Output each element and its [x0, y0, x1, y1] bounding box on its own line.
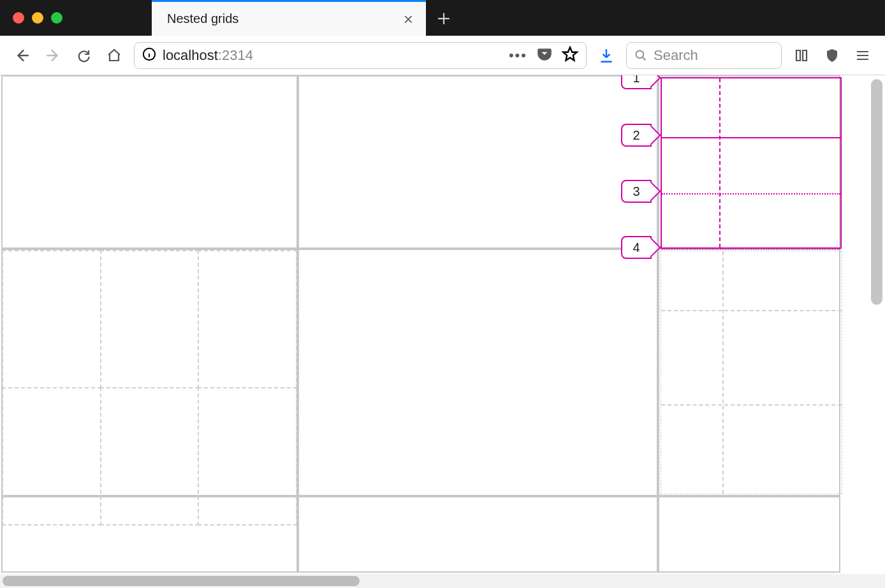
tab-close-button[interactable]: × [404, 11, 413, 27]
url-port: :2314 [218, 47, 253, 63]
arrow-left-icon [14, 47, 31, 64]
grid-cell [298, 249, 658, 496]
nested-grid-right [661, 251, 842, 494]
grid-line-number: 1 [633, 75, 640, 85]
downloads-button[interactable] [596, 45, 617, 66]
window-minimize-button[interactable] [32, 12, 43, 24]
library-button[interactable] [791, 45, 812, 66]
bookmark-button[interactable] [562, 46, 578, 65]
site-info-icon[interactable] [142, 47, 156, 64]
reload-button[interactable] [73, 45, 94, 66]
grid-line-tag[interactable]: 2 [621, 124, 652, 147]
search-icon [634, 49, 647, 62]
grid-line-number: 2 [633, 128, 640, 143]
grid-line-tag[interactable]: 4 [621, 236, 652, 259]
grid-cell [658, 496, 840, 573]
grid-cell [298, 496, 658, 573]
grid-cell [1, 75, 298, 249]
grid-cell [298, 75, 658, 249]
pocket-icon [536, 46, 553, 62]
tab-title: Nested grids [167, 11, 238, 26]
browser-tab-active[interactable]: Nested grids × [152, 0, 426, 36]
search-placeholder: Search [654, 47, 698, 64]
page-viewport[interactable]: 1 2 3 4 [0, 75, 885, 574]
svg-point-1 [636, 50, 644, 58]
window-controls [13, 12, 62, 24]
vertical-scrollbar[interactable] [871, 79, 882, 305]
window-zoom-button[interactable] [51, 12, 62, 24]
home-button[interactable] [103, 45, 125, 66]
grid-line-number: 4 [633, 240, 640, 255]
grid-line-number: 3 [633, 184, 640, 199]
arrow-right-icon [45, 47, 61, 64]
url-bar[interactable]: localhost:2314 ••• [134, 42, 587, 69]
url-host: localhost [163, 47, 218, 63]
reload-icon [76, 48, 91, 63]
grid-line-tag[interactable]: 1 [621, 75, 652, 89]
download-icon [598, 47, 615, 64]
library-icon [794, 48, 809, 63]
pocket-button[interactable] [536, 46, 553, 65]
horizontal-scrollbar-thumb[interactable] [3, 576, 360, 586]
info-icon [142, 47, 156, 61]
star-icon [562, 46, 578, 62]
window-close-button[interactable] [13, 12, 24, 24]
forward-button[interactable] [42, 45, 64, 66]
shield-icon [824, 48, 840, 63]
hamburger-icon [855, 48, 870, 63]
grid-line-tag[interactable]: 3 [621, 180, 652, 203]
app-menu-button[interactable] [852, 45, 874, 66]
new-tab-button[interactable]: ＋ [426, 3, 462, 33]
home-icon [106, 48, 122, 63]
url-text: localhost:2314 [163, 47, 253, 64]
search-bar[interactable]: Search [626, 42, 782, 69]
back-button[interactable] [11, 45, 33, 66]
navigation-toolbar: localhost:2314 ••• Search [0, 36, 885, 75]
ublock-button[interactable] [821, 45, 843, 66]
page-actions-button[interactable]: ••• [509, 47, 527, 64]
nested-grid-left [3, 251, 296, 525]
horizontal-scrollbar-track[interactable] [0, 574, 885, 588]
inspected-grid-overlay [661, 77, 842, 249]
title-bar: Nested grids × ＋ [0, 0, 885, 36]
